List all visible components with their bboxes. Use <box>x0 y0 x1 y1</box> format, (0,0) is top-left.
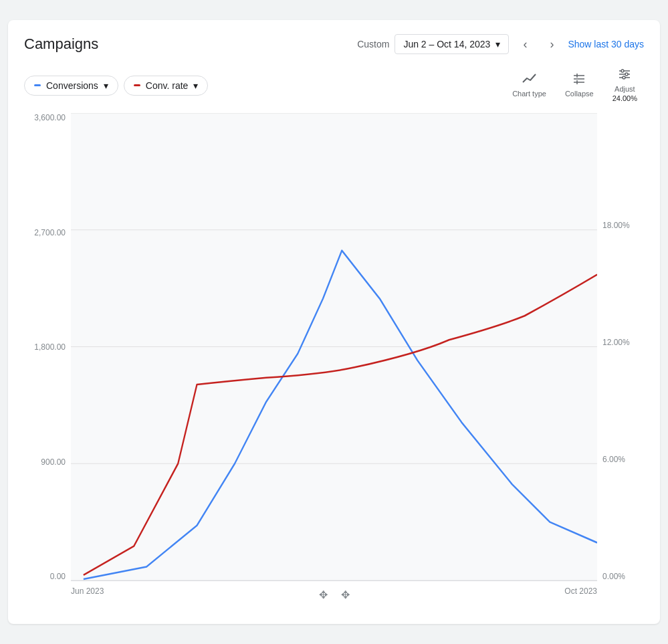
y-axis-right: 18.00% 12.00% 6.00% 0.00% <box>597 113 644 581</box>
conv-rate-dot <box>134 84 140 86</box>
conv-rate-label: Conv. rate <box>146 80 189 91</box>
adjust-label: Adjust <box>615 85 635 93</box>
blue-line <box>84 251 597 579</box>
conversions-dropdown-icon: ▾ <box>104 80 108 91</box>
chart-type-label: Chart type <box>512 90 546 98</box>
adjust-value: 24.00% <box>613 94 637 102</box>
prev-date-button[interactable]: ‹ <box>514 33 536 55</box>
date-range-text: Jun 2 – Oct 14, 2023 <box>403 39 490 49</box>
svg-point-6 <box>621 70 624 72</box>
date-controls: Custom Jun 2 – Oct 14, 2023 ▾ ‹ › Show l… <box>357 33 644 55</box>
conversions-dot <box>34 84 41 86</box>
collapse-icon <box>572 73 586 88</box>
card-header: Campaigns Custom Jun 2 – Oct 14, 2023 ▾ … <box>24 33 644 55</box>
y-right-0: 0.00% <box>602 572 625 581</box>
y-right-6: 6.00% <box>602 455 625 464</box>
red-line <box>84 275 597 575</box>
x-axis-icons: ✥ ✥ <box>71 588 597 601</box>
y-left-2700: 2,700.00 <box>34 228 66 237</box>
adjust-button[interactable]: Adjust 24.00% <box>606 66 644 105</box>
drag-right-icon[interactable]: ✥ <box>341 588 350 601</box>
conversions-label: Conversions <box>46 80 98 91</box>
svg-point-10 <box>623 76 625 79</box>
adjust-icon <box>617 68 632 84</box>
chart-area: 3,600.00 2,700.00 1,800.00 900.00 0.00 1… <box>24 113 644 608</box>
y-right-18: 18.00% <box>602 221 630 230</box>
collapse-label: Collapse <box>565 90 594 98</box>
chart-type-button[interactable]: Chart type <box>506 70 553 100</box>
chart-type-icon <box>522 73 537 88</box>
collapse-button[interactable]: Collapse <box>558 70 600 100</box>
chart-svg-container <box>71 113 597 581</box>
y-left-1800: 1,800.00 <box>34 342 66 352</box>
chart-toolbar: Conversions ▾ Conv. rate ▾ Chart type <box>24 66 644 105</box>
svg-point-8 <box>625 73 628 76</box>
date-picker-button[interactable]: Jun 2 – Oct 14, 2023 ▾ <box>395 34 509 54</box>
next-date-button[interactable]: › <box>541 33 562 55</box>
y-left-3600: 3,600.00 <box>34 113 66 122</box>
y-left-0: 0.00 <box>50 572 66 581</box>
campaigns-card: Campaigns Custom Jun 2 – Oct 14, 2023 ▾ … <box>8 20 660 624</box>
conv-rate-metric-button[interactable]: Conv. rate ▾ <box>124 76 209 96</box>
conv-rate-dropdown-icon: ▾ <box>193 80 198 91</box>
dropdown-icon: ▾ <box>495 39 500 49</box>
page-title: Campaigns <box>24 35 98 53</box>
y-axis-left: 3,600.00 2,700.00 1,800.00 900.00 0.00 <box>24 113 71 581</box>
show-last-30-button[interactable]: Show last 30 days <box>568 39 644 49</box>
date-mode-label: Custom <box>357 39 389 49</box>
drag-left-icon[interactable]: ✥ <box>319 588 328 601</box>
conversions-metric-button[interactable]: Conversions ▾ <box>24 76 118 96</box>
y-left-900: 900.00 <box>41 457 66 467</box>
y-right-12: 12.00% <box>602 338 630 347</box>
